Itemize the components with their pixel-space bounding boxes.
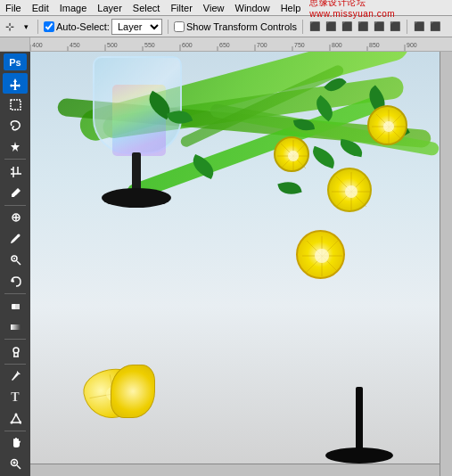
autoselect-label: Auto-Select: [56,21,110,32]
svg-text:650: 650 [219,42,230,48]
tool-clone-stamp[interactable] [3,250,28,270]
svg-point-29 [17,234,20,237]
watermark: 思缘设计论坛 www.missyuan.com [309,0,448,19]
separator-3 [302,20,303,34]
lemon-slice-1 [296,230,345,279]
svg-point-47 [315,249,329,263]
separator [4,159,26,160]
lemon-halves [84,365,155,423]
svg-point-57 [288,151,299,161]
align-center-icon[interactable]: ⬛ [325,21,337,33]
separator-1 [37,20,38,34]
leaf-8 [277,178,301,198]
move-tool-icon[interactable]: ⊹ [4,21,16,33]
transform-checkbox[interactable] [174,21,185,32]
lemon-slice-4 [327,168,372,212]
ruler-corner [0,37,30,52]
tool-crop[interactable] [3,161,28,182]
svg-text:400: 400 [32,42,43,48]
tool-zoom[interactable] [3,454,28,474]
tool-magic-wand[interactable] [3,137,28,158]
svg-rect-23 [11,100,21,110]
align-middle-icon[interactable]: ⬛ [373,21,385,33]
align-top-icon[interactable]: ⬛ [357,21,369,33]
separator-2 [168,20,168,34]
tool-pen[interactable] [3,365,28,386]
svg-point-31 [13,258,15,259]
separator [4,205,26,206]
menu-layer[interactable]: Layer [95,3,124,13]
svg-point-62 [345,185,357,198]
tool-eraser[interactable] [3,295,28,316]
svg-point-36 [14,413,17,415]
martini-base [325,447,393,464]
svg-point-37 [10,421,12,423]
align-bottom-icon[interactable]: ⬛ [389,21,401,33]
svg-marker-24 [11,142,20,152]
tool-lasso[interactable] [3,116,28,136]
align-right-icon[interactable]: ⬛ [341,21,353,33]
leaf-11 [309,146,338,169]
tool-gradient[interactable] [3,316,28,337]
menu-help[interactable]: Help [279,3,303,13]
move-tool-arrow[interactable]: ▾ [20,21,32,33]
ruler-container: 400 450 500 550 600 650 700 750 800 850 … [0,37,452,52]
scrollbar-horizontal[interactable] [30,464,440,476]
svg-text:800: 800 [332,42,342,48]
options-bar: ⊹ ▾ Auto-Select: Layer Group Show Transf… [0,16,452,37]
menu-image[interactable]: Image [58,3,89,13]
distribute-h-icon[interactable]: ⬛ [413,21,425,33]
glass-base [102,188,171,208]
svg-line-40 [17,465,21,469]
lemon-slice-3 [274,136,309,172]
align-left-icon[interactable]: ⬛ [308,21,321,33]
tool-marquee-rect[interactable] [3,94,28,115]
lemon-half-2 [111,365,155,418]
svg-rect-33 [15,304,20,309]
separator [4,293,26,294]
menu-file[interactable]: File [4,3,23,13]
tool-spot-healing[interactable] [3,208,28,228]
tool-dodge[interactable] [3,341,28,362]
tool-history-brush[interactable] [3,271,28,291]
tool-hand[interactable] [3,433,28,454]
svg-text:550: 550 [144,42,155,48]
separator [4,339,26,340]
autoselect-checkbox[interactable] [44,21,54,32]
svg-point-52 [383,121,394,132]
lemon-slice-2 [367,105,407,145]
tool-move[interactable] [3,73,28,94]
lemon-slice-svg [298,232,347,281]
svg-text:750: 750 [294,42,305,48]
ruler-svg: 400 450 500 550 600 650 700 750 800 850 … [30,37,452,51]
svg-text:450: 450 [70,42,80,48]
tool-type[interactable]: T [3,387,28,407]
menu-window[interactable]: Window [234,3,272,13]
ps-logo: Ps [4,53,27,70]
svg-text:500: 500 [107,42,118,48]
svg-rect-34 [11,324,21,330]
menu-filter[interactable]: Filter [168,3,193,13]
tool-brush[interactable] [3,228,28,249]
layer-dropdown[interactable]: Layer Group [111,19,162,35]
separator [4,431,26,431]
main-area: Ps [0,52,452,476]
tool-eyedropper[interactable] [3,183,28,203]
menu-select[interactable]: Select [131,3,162,13]
tool-path-select[interactable] [3,408,28,429]
canvas-area[interactable] [30,52,452,476]
menu-view[interactable]: View [201,3,226,13]
autoselect-group: Auto-Select: Layer Group [44,19,162,35]
svg-text:900: 900 [407,42,417,48]
canvas-content [30,52,452,476]
glass-stem [132,152,141,193]
svg-point-35 [13,348,19,353]
svg-text:700: 700 [257,42,267,48]
menu-edit[interactable]: Edit [30,3,51,13]
separator [4,364,26,365]
horizontal-ruler: 400 450 500 550 600 650 700 750 800 850 … [30,37,452,52]
transform-label: Show Transform Controls [186,21,297,32]
svg-marker-22 [10,78,21,90]
distribute-v-icon[interactable]: ⬛ [429,21,441,33]
scrollbar-vertical[interactable] [440,52,452,476]
